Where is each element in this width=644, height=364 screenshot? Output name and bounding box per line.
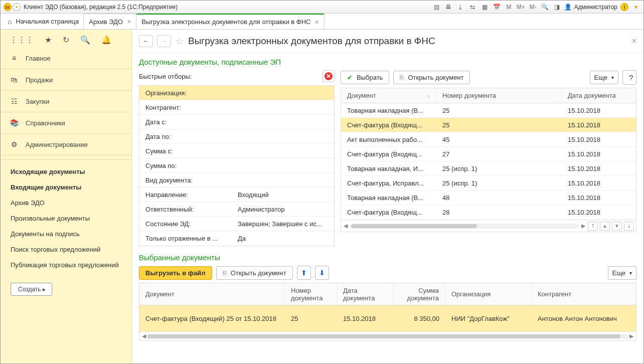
sidebar-menu-icon[interactable]: ⋮⋮⋮: [10, 35, 34, 45]
col-document[interactable]: Документ↓: [341, 88, 436, 103]
scroll-left-icon[interactable]: ◀: [343, 223, 348, 229]
hscrollbar[interactable]: [350, 224, 579, 229]
table-row[interactable]: Счет-фактура (Входящ...2715.10.2018: [341, 147, 636, 161]
close-icon[interactable]: ×: [314, 18, 318, 26]
sidebar-item[interactable]: 📚Справочники: [1, 114, 131, 131]
cell-date: 15.10.2018: [562, 150, 636, 158]
favorite-star-icon[interactable]: ☆: [175, 35, 184, 47]
titlebar-dropdown-icon[interactable]: ▾: [631, 3, 640, 12]
sidebar-sub-item[interactable]: Публикация торговых предложений: [1, 257, 131, 273]
col-date[interactable]: Дата документа: [562, 88, 636, 103]
titlebar-m-plus[interactable]: M+: [516, 3, 525, 12]
titlebar-icon-compare[interactable]: ⇆: [468, 3, 477, 12]
scol-contr[interactable]: Контрагент: [532, 283, 636, 305]
page-close-icon[interactable]: ×: [632, 37, 636, 46]
page-up-icon[interactable]: ▲: [600, 222, 610, 231]
filter-key: Направление:: [139, 191, 234, 199]
filter-row[interactable]: Организация:: [139, 86, 334, 100]
filter-row[interactable]: Состояние ЭД:Завершен; Завершен с ис...: [139, 217, 334, 231]
titlebar-icon-calc[interactable]: ▦: [480, 3, 489, 12]
sidebar-history-icon[interactable]: ↻: [63, 35, 69, 45]
titlebar-panels-icon[interactable]: ◨: [552, 3, 561, 12]
filter-row[interactable]: Контрагент:: [139, 100, 334, 115]
sidebar-bell-icon[interactable]: 🔔: [101, 35, 111, 45]
scroll-right-icon[interactable]: ▶: [581, 223, 586, 229]
scol-org[interactable]: Организация: [445, 283, 532, 305]
sidebar-star-icon[interactable]: ★: [45, 35, 52, 45]
tab-home[interactable]: ⌂ Начальная страница: [3, 14, 84, 29]
scroll-left-icon[interactable]: ◀: [141, 333, 146, 339]
titlebar-icon-file[interactable]: ▤: [432, 3, 441, 12]
filter-row[interactable]: Дата с:: [139, 115, 334, 129]
tab-export-fns[interactable]: Выгрузка электронных документов для отпр…: [136, 14, 324, 29]
filter-key: Ответственный:: [139, 206, 234, 213]
titlebar-icon-save[interactable]: ⭳: [456, 3, 465, 12]
table-row[interactable]: Товарная накладная (В...2515.10.2018: [341, 103, 636, 118]
cell-sum: 8 350,00: [393, 315, 445, 322]
sidebar-sub-item[interactable]: Документы на подпись: [1, 226, 131, 242]
cell-date: 15.10.2018: [562, 136, 636, 143]
titlebar-m-minus[interactable]: M-: [528, 3, 537, 12]
move-down-button[interactable]: ⬇: [315, 266, 329, 280]
sidebar-sub-item[interactable]: Входящие документы: [1, 179, 131, 195]
sidebar-sub-item[interactable]: Поиск торговых предложений: [1, 242, 131, 257]
scol-number[interactable]: Номер документа: [285, 283, 337, 305]
scol-sum[interactable]: Сумма документа: [393, 283, 445, 305]
sidebar-item[interactable]: ≡Главное: [1, 50, 131, 67]
sidebar-sub-item[interactable]: Исходящие документы: [1, 164, 131, 179]
filter-row[interactable]: Сумма с:: [139, 144, 334, 158]
filter-row[interactable]: Вид документа:: [139, 173, 334, 188]
filter-row[interactable]: Дата по:: [139, 129, 334, 144]
titlebar-user[interactable]: 👤 Администратор: [564, 4, 617, 11]
tab-archive[interactable]: Архив ЭДО ×: [83, 14, 136, 29]
scroll-right-icon[interactable]: ▶: [629, 333, 634, 339]
open-document-button[interactable]: ⎘Открыть документ: [393, 71, 470, 84]
select-button[interactable]: ✔Выбрать: [341, 71, 389, 84]
move-up-button[interactable]: ⬆: [297, 266, 311, 280]
page-first-icon[interactable]: ⤒: [588, 222, 598, 231]
filter-row[interactable]: Ответственный:Администратор: [139, 202, 334, 217]
close-icon[interactable]: ×: [127, 18, 131, 26]
sidebar-item[interactable]: 🛍Продажи: [1, 71, 131, 88]
table-row[interactable]: Счет-фактура (Входящ...2515.10.2018: [341, 118, 636, 132]
sidebar-sub-item[interactable]: Произвольные документы: [1, 211, 131, 226]
scol-date[interactable]: Дата документа: [337, 283, 393, 305]
filter-row[interactable]: Только отраженные в ...Да: [139, 231, 334, 246]
titlebar-zoom-icon[interactable]: 🔍: [540, 3, 549, 12]
titlebar-info-icon[interactable]: i: [620, 3, 628, 11]
sidebar-search-icon[interactable]: 🔍: [80, 35, 90, 45]
sidebar-sub-item[interactable]: Архив ЭДО: [1, 195, 131, 211]
table-row[interactable]: Счет-фактура (Входящий) 25 от 15.10.2018…: [139, 305, 636, 331]
titlebar-m[interactable]: M: [504, 3, 513, 12]
filter-row[interactable]: Направление:Входящий: [139, 188, 334, 202]
table-row[interactable]: Товарная накладная (В...4815.10.2018: [341, 191, 636, 205]
filter-value: Завершен; Завершен с ис...: [234, 220, 334, 228]
page-last-icon[interactable]: ⤓: [624, 222, 634, 231]
table-row[interactable]: Акт выполненных рабо...4515.10.2018: [341, 132, 636, 147]
page-down-icon[interactable]: ▼: [612, 222, 622, 231]
filter-row[interactable]: Сумма по:: [139, 158, 334, 173]
sidebar-item[interactable]: ☷Закупки: [1, 93, 131, 110]
table-row[interactable]: Товарная накладная, И...25 (испр. 1)15.1…: [341, 161, 636, 176]
nav-back-button[interactable]: ←: [139, 35, 153, 47]
nav-forward-button[interactable]: →: [157, 35, 171, 47]
app-logo-icon: 1c: [4, 3, 12, 11]
help-button[interactable]: ?: [622, 70, 636, 85]
sidebar-create-button[interactable]: Создать ▸: [11, 283, 52, 296]
export-button[interactable]: Выгрузить в файл: [139, 266, 212, 280]
open-selected-document-button[interactable]: ⎘Открыть документ: [216, 266, 293, 280]
table-row[interactable]: Счет-фактура, Исправл...25 (испр. 1)15.1…: [341, 176, 636, 191]
scol-document[interactable]: Документ: [139, 283, 285, 305]
clear-filters-button[interactable]: ✕: [323, 70, 335, 82]
table-row[interactable]: Счет-фактура (Входящ...2815.10.2018: [341, 205, 636, 220]
hscrollbar[interactable]: [146, 334, 629, 339]
app-menu-dropdown-icon[interactable]: ▾: [13, 3, 21, 11]
cell-date: 15.10.2018: [337, 315, 393, 322]
more-selected-button[interactable]: Еще▾: [608, 266, 636, 280]
titlebar-icon-calendar[interactable]: 📅: [492, 3, 501, 12]
col-number[interactable]: Номер документа: [436, 88, 562, 103]
more-button[interactable]: Еще▾: [590, 71, 618, 84]
sidebar-item[interactable]: ⚙Администрирование: [1, 136, 131, 153]
filter-key: Сумма с:: [139, 147, 234, 155]
titlebar-icon-print[interactable]: 🖶: [444, 3, 453, 12]
